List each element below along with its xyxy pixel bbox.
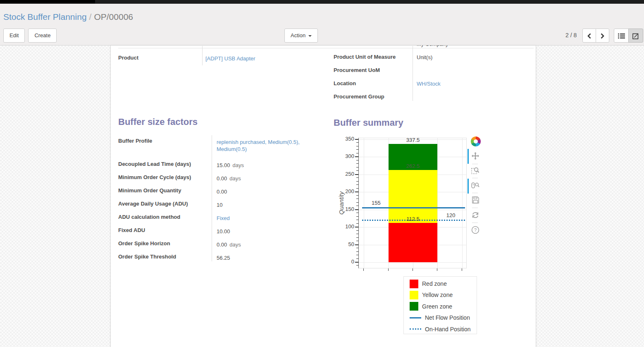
field-row: Decoupled Lead Time (days)15.00days bbox=[118, 158, 325, 172]
field-label: Procurement Group bbox=[334, 93, 384, 100]
legend-item: Yellow zone bbox=[410, 290, 453, 300]
save-tool-button[interactable] bbox=[471, 196, 480, 205]
y-axis-minor-tick bbox=[356, 163, 358, 164]
y-axis-minor-tick bbox=[356, 241, 358, 241]
y-axis-tick-label: 250 bbox=[338, 171, 354, 177]
active-tool-indicator bbox=[467, 149, 469, 164]
legend-label: Net Flow Position bbox=[425, 314, 470, 321]
chart-plot-area[interactable]: 155120337.5262.5112.5 bbox=[358, 138, 467, 268]
y-axis-minor-tick bbox=[356, 265, 358, 266]
y-axis-minor-tick bbox=[356, 195, 358, 196]
field-value-link[interactable]: WH/Stock bbox=[417, 81, 441, 87]
y-axis-minor-tick bbox=[356, 181, 358, 182]
pager-previous-button[interactable] bbox=[582, 29, 596, 43]
y-axis-tick bbox=[355, 174, 358, 175]
form-view-button[interactable] bbox=[628, 29, 643, 43]
y-axis-tick bbox=[355, 262, 358, 263]
y-axis-minor-tick bbox=[356, 153, 358, 153]
chart-value-label: 262.5 bbox=[406, 163, 420, 169]
y-axis-minor-tick bbox=[356, 251, 358, 252]
y-axis-minor-tick bbox=[356, 213, 358, 213]
legend-swatch-square bbox=[410, 280, 418, 288]
field-label: Minimum Order Quantity bbox=[118, 187, 181, 194]
breadcrumb-separator: / bbox=[87, 12, 94, 22]
action-dropdown-button[interactable]: Action bbox=[284, 29, 318, 43]
y-axis-minor-tick bbox=[356, 160, 358, 160]
product-group: Product [ADPT] USB Adapter bbox=[118, 45, 325, 66]
field-row: Buffer Profilereplenish purchased, Mediu… bbox=[118, 135, 325, 158]
x-axis-tick bbox=[363, 268, 364, 271]
chart-value-label: 337.5 bbox=[406, 137, 420, 143]
legend-swatch-square bbox=[410, 302, 418, 311]
field-label: Buffer Profile bbox=[118, 138, 152, 144]
box-zoom-icon bbox=[471, 166, 479, 175]
field-unit: days bbox=[233, 162, 244, 168]
legend-item: On-Hand Position bbox=[410, 324, 471, 334]
product-value-link[interactable]: [ADPT] USB Adapter bbox=[205, 55, 255, 62]
chevron-down-icon bbox=[308, 35, 312, 37]
pager-next-button[interactable] bbox=[596, 29, 609, 43]
y-axis-tick bbox=[355, 209, 358, 210]
bokeh-logo-icon[interactable] bbox=[471, 136, 481, 146]
field-row: Procurement Group bbox=[334, 90, 534, 103]
gridline bbox=[462, 138, 463, 268]
field-row: Average Daily Usage (ADU)10 bbox=[118, 198, 325, 211]
field-unit: days bbox=[229, 175, 241, 182]
form-view-icon bbox=[632, 33, 639, 39]
form-sheet: My Company Product [ADPT] USB Adapter Pr… bbox=[110, 45, 536, 347]
section-title-buffer-size-factors: Buffer size factors bbox=[118, 117, 198, 127]
legend-label: Green zone bbox=[422, 303, 452, 310]
toolbar-divider bbox=[472, 223, 478, 223]
toolbar-divider bbox=[472, 193, 478, 193]
field-label: Location bbox=[334, 80, 356, 86]
next-icon bbox=[600, 33, 605, 39]
field-value-link[interactable]: replenish purchased, Medium(0.5), Medium… bbox=[217, 139, 321, 153]
y-axis-tick-label: 50 bbox=[338, 241, 354, 247]
list-view-icon bbox=[618, 33, 625, 39]
buffer-summary-chart: Quantity 155120337.5262.5112.5 050100150… bbox=[335, 136, 481, 277]
column-divider bbox=[202, 46, 203, 65]
pan-tool-button[interactable] bbox=[471, 152, 480, 161]
field-label: Order Spike Threshold bbox=[118, 254, 176, 260]
legend-label: On-Hand Position bbox=[425, 326, 471, 333]
y-axis-tick bbox=[355, 227, 358, 227]
legend-label: Yellow zone bbox=[422, 292, 453, 298]
y-axis-tick-label: 150 bbox=[338, 206, 354, 212]
form-background: My Company Product [ADPT] USB Adapter Pr… bbox=[0, 45, 644, 347]
field-label: Procurement UoM bbox=[334, 67, 380, 73]
legend-swatch-square bbox=[410, 291, 418, 299]
toolbar-divider bbox=[472, 208, 478, 208]
field-row: Order Spike Horizon0.00days bbox=[118, 238, 325, 251]
field-row: Minimum Order Quantity0.00 bbox=[118, 185, 325, 198]
create-button[interactable]: Create bbox=[28, 29, 57, 43]
box-zoom-tool-button[interactable] bbox=[471, 166, 480, 175]
y-axis-minor-tick bbox=[356, 255, 358, 255]
y-axis-tick-label: 100 bbox=[338, 223, 354, 230]
y-axis-tick-label: 350 bbox=[338, 136, 354, 142]
gridline bbox=[437, 138, 438, 268]
field-row: ADU calculation methodFixed bbox=[118, 211, 325, 225]
y-axis-minor-tick bbox=[356, 149, 358, 150]
field-label: Order Spike Horizon bbox=[118, 240, 170, 246]
breadcrumb-parent-link[interactable]: Stock Buffer Planning bbox=[3, 12, 87, 22]
field-row: Fixed ADU10.00 bbox=[118, 225, 325, 238]
x-axis-tick bbox=[437, 268, 437, 271]
y-axis-minor-tick bbox=[356, 206, 358, 206]
y-axis-minor-tick bbox=[356, 202, 358, 203]
wheel-zoom-tool-button[interactable] bbox=[471, 181, 480, 190]
help-tool-button[interactable]: ? bbox=[471, 226, 480, 235]
reset-tool-button[interactable] bbox=[471, 211, 480, 220]
edit-button[interactable]: Edit bbox=[3, 29, 25, 43]
field-value-link[interactable]: Fixed bbox=[217, 215, 321, 222]
list-view-button[interactable] bbox=[614, 29, 629, 43]
chart-line-net-flow-position bbox=[362, 207, 465, 208]
field-label: Decoupled Lead Time (days) bbox=[118, 161, 191, 167]
y-axis-tick-label: 200 bbox=[338, 188, 354, 194]
legend-swatch-dots bbox=[410, 328, 421, 330]
field-label: Fixed ADU bbox=[118, 227, 145, 233]
y-axis-tick-label: 0 bbox=[338, 258, 354, 265]
product-label: Product bbox=[118, 55, 138, 61]
top-navbar-active-segment bbox=[0, 0, 95, 3]
field-unit: days bbox=[229, 242, 241, 248]
y-axis-minor-tick bbox=[356, 199, 358, 199]
